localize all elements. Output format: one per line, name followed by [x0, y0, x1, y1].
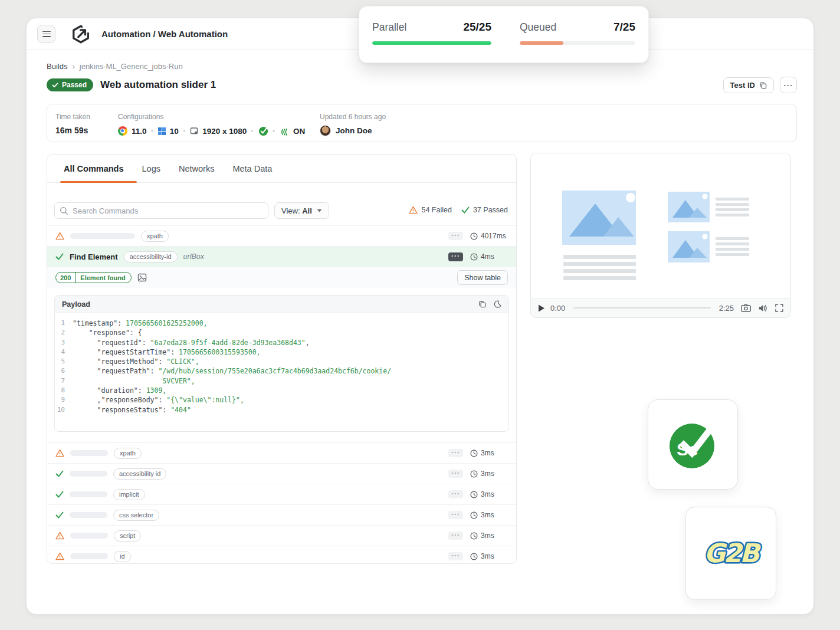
separator-dot: · [183, 126, 186, 136]
command-row[interactable]: accessibility id···3ms [47, 463, 516, 484]
command-duration: 4017ms [481, 232, 506, 240]
row-more-options-icon[interactable]: ··· [448, 531, 463, 540]
current-time: 0:00 [550, 304, 565, 313]
command-duration: 3ms [481, 552, 494, 560]
response-status-badge: 200 Element found [55, 272, 132, 283]
line-number: 5 [55, 357, 73, 366]
command-row[interactable]: id···3ms [47, 546, 516, 564]
row-more-options-icon[interactable]: ··· [448, 232, 463, 240]
more-options-button[interactable]: ··· [780, 77, 797, 93]
network-state: ON [293, 127, 305, 136]
parallel-progress-fill [372, 41, 491, 45]
command-row[interactable]: css selector···3ms [47, 504, 516, 525]
command-row[interactable]: script···3ms [47, 525, 516, 546]
mock-thumb-image [668, 231, 710, 262]
payload-code-line: 5 "requestMethod": "CLICK", [55, 357, 508, 366]
line-number: 9 [55, 395, 73, 405]
clock-icon [470, 553, 478, 560]
line-number: 7 [55, 376, 73, 386]
configurations-label: Configurations [118, 113, 163, 121]
row-more-options-icon[interactable]: ··· [448, 252, 463, 261]
row-more-options-icon[interactable]: ··· [448, 470, 463, 478]
payload-code-line: 2 "response": { [55, 328, 508, 337]
duration-time: 2:25 [719, 304, 734, 313]
search-input[interactable] [54, 202, 268, 219]
chrome-browser-icon [118, 126, 127, 136]
browser-version: 11.0 [132, 127, 147, 136]
locator-badge: accessibility-id [124, 251, 178, 262]
clock-icon [470, 253, 478, 261]
row-more-options-icon[interactable]: ··· [448, 552, 463, 560]
row-more-options-icon[interactable]: ··· [448, 511, 463, 519]
selenium-icon [258, 126, 268, 136]
warning-icon [55, 232, 64, 240]
command-duration: 3ms [481, 511, 494, 519]
video-player: 0:00 2:25 [530, 153, 791, 318]
tab-all-commands[interactable]: All Commands [64, 164, 124, 173]
locator-badge: xpath [114, 448, 142, 459]
breadcrumb-builds[interactable]: Builds [47, 62, 67, 71]
user-name: John Doe [336, 126, 372, 135]
warning-icon [55, 552, 64, 560]
command-duration: 3ms [481, 449, 494, 457]
command-row-selected[interactable]: Find Element accessibility-id urlBox ···… [47, 246, 516, 267]
screenshot-image-icon[interactable] [137, 273, 147, 282]
line-number: 4 [55, 347, 73, 357]
g2b-logo-text: G2B [704, 538, 762, 568]
response-message: Element found [75, 273, 130, 283]
clock-icon [470, 470, 478, 478]
parallel-label: Parallel [372, 21, 406, 34]
hamburger-icon [42, 31, 51, 37]
concurrency-stats-card: Parallel 25/25 Queued 7/25 [359, 6, 649, 63]
view-filter-dropdown[interactable]: View: All [274, 202, 329, 219]
row-more-options-icon[interactable]: ··· [448, 449, 463, 457]
camera-icon[interactable] [741, 304, 751, 312]
command-row[interactable]: xpath···3ms [47, 442, 516, 463]
clock-icon [470, 532, 478, 540]
hamburger-menu-button[interactable] [37, 25, 55, 43]
command-duration: 3ms [481, 490, 494, 498]
command-duration: 3ms [481, 531, 494, 540]
tab-logs[interactable]: Logs [142, 164, 160, 173]
commands-toolbar: View: All 54 Failed 37 Passed [47, 183, 516, 225]
os-version: 10 [170, 127, 179, 136]
check-icon [52, 83, 58, 88]
title-row: Passed Web automation slider 1 Test ID ·… [47, 76, 797, 94]
dark-mode-moon-icon[interactable] [494, 300, 501, 308]
payload-code-line: 7 SVCVER", [55, 376, 508, 386]
breadcrumb-current[interactable]: jenkins-ML_Generic_jobs-Run [80, 62, 183, 71]
queued-stat: Queued 7/25 [520, 21, 635, 63]
page-background: Automation / Web Automation Builds › jen… [0, 0, 840, 630]
video-controls: 0:00 2:25 [531, 298, 790, 317]
command-row[interactable]: xpath ··· 4017ms [47, 225, 516, 246]
tab-meta-data[interactable]: Meta Data [232, 164, 272, 173]
queued-label: Queued [520, 21, 556, 34]
command-name: Find Element [70, 252, 118, 261]
test-id-button[interactable]: Test ID [723, 77, 774, 93]
mock-text-lines [716, 237, 749, 258]
locator-badge: xpath [141, 231, 169, 242]
tab-networks[interactable]: Networks [179, 164, 214, 173]
payload-header: Payload [55, 296, 508, 313]
check-icon [461, 206, 470, 214]
breadcrumb: Builds › jenkins-ML_Generic_jobs-Run [47, 62, 183, 71]
status-badge: Passed [47, 78, 93, 91]
row-more-options-icon[interactable]: ··· [448, 490, 463, 498]
line-number: 6 [55, 366, 73, 376]
mock-text-lines [563, 255, 636, 283]
play-icon[interactable] [538, 304, 544, 312]
fullscreen-icon[interactable] [775, 304, 783, 312]
copy-icon[interactable] [478, 300, 486, 308]
check-icon [55, 253, 64, 260]
response-row: 200 Element found Show table [47, 267, 516, 288]
command-skeleton [70, 512, 107, 518]
queued-progress-fill [520, 41, 563, 45]
avatar [320, 125, 331, 136]
command-skeleton [70, 471, 107, 477]
show-table-button[interactable]: Show table [457, 270, 508, 285]
payload-code: 1"timestamp": 1705665601625252000,2 "res… [55, 313, 508, 415]
command-row[interactable]: implicit···3ms [47, 484, 516, 504]
line-number: 10 [55, 405, 73, 415]
seek-bar[interactable] [573, 307, 710, 309]
volume-icon[interactable] [759, 304, 767, 312]
